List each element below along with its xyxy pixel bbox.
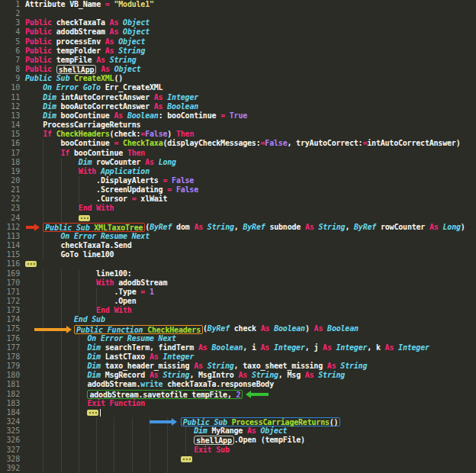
code-token: Public <box>25 18 52 27</box>
code-token: booAutoCorrectAnswer <box>56 102 154 111</box>
code-line[interactable]: 171.Type = 1 <box>0 288 476 297</box>
code-token: Integer <box>167 93 198 102</box>
code-text <box>25 214 90 223</box>
fold-marker-icon[interactable] <box>181 456 192 462</box>
code-line[interactable]: 324Public Sub ProcessCarriageReturns() <box>0 417 476 426</box>
code-token: checkTaxaTa.Send <box>61 241 132 250</box>
code-line[interactable]: 114checkTaxaTa.Send <box>0 241 476 250</box>
code-line[interactable]: 13Dim booContinue As Boolean: booContinu… <box>0 111 476 121</box>
code-token: Boolean <box>167 102 198 111</box>
code-area[interactable]: 1Attribute VB_Name = "Module1"23Public c… <box>0 0 476 473</box>
code-line[interactable]: 327Exit Sub <box>0 446 476 455</box>
code-token: Exit Sub <box>194 446 230 455</box>
code-token: Public Sub <box>25 74 74 83</box>
code-line[interactable]: 175Public Function CheckHeaders(ByRef ch… <box>0 324 476 333</box>
code-line[interactable]: 24 <box>0 214 476 223</box>
code-line[interactable]: 21.ScreenUpdating = False <box>0 185 476 195</box>
code-line[interactable]: 15If CheckHeaders(check:=False) Then <box>0 130 476 139</box>
code-line[interactable]: 325Dim MyRange As Object <box>0 426 476 436</box>
fold-marker-icon[interactable] <box>25 261 37 267</box>
code-line[interactable]: 184 <box>0 408 476 417</box>
code-line[interactable]: 3Public checkTaxaTa As Object <box>0 18 476 27</box>
line-number: 24 <box>0 214 20 223</box>
code-line[interactable]: 177Dim searchTerm, findTerm As Boolean, … <box>0 343 476 352</box>
highlight-box-orange: Public Function CheckHeaders <box>74 325 203 334</box>
code-line[interactable]: 16booContinue = CheckTaxa(displayCheckMe… <box>0 139 476 148</box>
code-line[interactable]: 180Dim MsgRecord As String, MsgIntro As … <box>0 371 476 380</box>
code-token: shellApp <box>196 436 232 445</box>
code-line[interactable]: 116 <box>0 259 476 269</box>
code-line[interactable]: 6Public tempFolder As String <box>0 47 476 56</box>
code-token: As <box>385 343 394 352</box>
line-number: 173 <box>0 306 20 315</box>
code-line[interactable]: 113On Error Resume Next <box>0 232 476 241</box>
code-line[interactable]: 173End With <box>0 306 476 315</box>
code-line[interactable]: 20.DisplayAlerts = False <box>0 176 476 185</box>
code-token: , taxo_sheet_missing <box>234 362 327 371</box>
code-token: As <box>145 158 154 167</box>
fold-marker-icon[interactable] <box>87 410 98 416</box>
code-token: As <box>114 111 123 121</box>
code-line[interactable]: 181adodbStream.write checkTaxaTa.respons… <box>0 380 476 389</box>
code-text: Public adodbStream As Object <box>25 27 150 37</box>
code-line[interactable]: 328 <box>0 455 476 464</box>
code-text: adodbStream.write checkTaxaTa.responseBo… <box>25 380 274 389</box>
code-line[interactable]: 22.Cursor = xlWait <box>0 195 476 204</box>
code-token: Object <box>118 37 145 47</box>
code-line[interactable]: 112Public Sub XMLTaxoTree(ByRef dom As S… <box>0 223 476 232</box>
code-token: .Open (tempFile) <box>234 436 305 445</box>
code-text: Dim booContinue As Boolean: booContinue … <box>25 111 247 121</box>
code-line[interactable]: 183Exit Function <box>0 399 476 408</box>
code-token: As <box>305 223 314 232</box>
code-line[interactable]: 2 <box>0 9 476 18</box>
code-line[interactable]: 392 <box>0 464 476 473</box>
code-line[interactable]: 9Public Sub CreateXML() <box>0 74 476 83</box>
code-token: taxo_header_missing <box>101 362 194 371</box>
code-line[interactable]: 178Dim LastCTaxo As Integer <box>0 352 476 362</box>
code-token: Attribute VB_Name <box>25 0 105 9</box>
code-token: rowCounter <box>376 223 429 232</box>
code-token: Then <box>127 149 145 158</box>
code-line[interactable]: 23End With <box>0 204 476 213</box>
code-text: Dim LastCTaxo As Integer <box>25 352 194 362</box>
line-number: 17 <box>0 149 20 158</box>
code-line[interactable]: 8Public shellApp As Object <box>0 65 476 74</box>
code-token: dom <box>172 223 194 232</box>
code-line[interactable]: 169line100: <box>0 269 476 278</box>
code-token: False <box>176 185 198 195</box>
code-line[interactable]: 14ProcessCarriageReturns <box>0 121 476 130</box>
code-token: As <box>305 371 314 380</box>
code-line[interactable]: 17If booContinue Then <box>0 149 476 158</box>
code-line[interactable]: 182adodbStream.savetofile tempFile, 2 <box>0 390 476 399</box>
line-number: 11 <box>0 93 20 102</box>
line-number: 182 <box>0 390 20 399</box>
code-line[interactable]: 115GoTo line100 <box>0 250 476 259</box>
code-token: String <box>207 362 234 371</box>
code-token: As <box>261 324 270 333</box>
code-line[interactable]: 174End Sub <box>0 315 476 324</box>
code-token: MyRange <box>207 426 247 436</box>
code-line[interactable]: 12Dim booAutoCorrectAnswer As Boolean <box>0 102 476 111</box>
code-line[interactable]: 326shellApp.Open (tempFile) <box>0 436 476 445</box>
code-line[interactable]: 5Public processEnv As Object <box>0 37 476 47</box>
code-token: xlWait <box>137 195 168 204</box>
code-text: Public Sub ProcessCarriageReturns() <box>25 417 340 426</box>
code-line[interactable]: 7Public tempFile As String <box>0 56 476 65</box>
code-line[interactable]: 179Dim taxo_header_missing As String, ta… <box>0 362 476 371</box>
code-line[interactable]: 10On Error GoTo Err_CreateXML <box>0 83 476 92</box>
code-line[interactable]: 11Dim intAutoCorrectAnswer As Integer <box>0 93 476 102</box>
code-line[interactable]: 176On Error Resume Next <box>0 334 476 343</box>
code-line[interactable]: 18Dim rowCounter As Long <box>0 158 476 167</box>
code-token: , i <box>243 343 260 352</box>
highlight-box-blue: Public Sub ProcessCarriageReturns() <box>181 417 341 426</box>
line-number: 184 <box>0 408 20 417</box>
line-number: 112 <box>0 223 20 232</box>
code-line[interactable]: 172.Open <box>0 297 476 306</box>
code-line[interactable]: 170With adodbStream <box>0 278 476 288</box>
fold-marker-icon[interactable] <box>79 215 90 221</box>
code-text: Public shellApp As Object <box>25 65 141 74</box>
code-line[interactable]: 4Public adodbStream As Object <box>0 27 476 37</box>
code-line[interactable]: 19With Application <box>0 167 476 176</box>
code-line[interactable]: 1Attribute VB_Name = "Module1" <box>0 0 476 9</box>
code-token: Dim <box>194 426 207 436</box>
